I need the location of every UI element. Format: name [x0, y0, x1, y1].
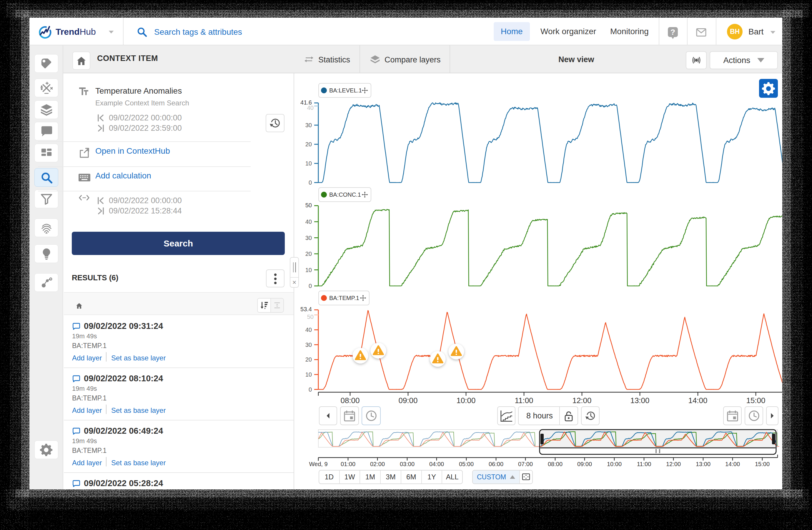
- svg-text:50: 50: [307, 313, 314, 320]
- svg-text:BA:TEMP.1: BA:TEMP.1: [329, 295, 359, 301]
- svg-text:15:00: 15:00: [755, 461, 770, 467]
- svg-text:11:00: 11:00: [514, 396, 533, 405]
- svg-text:08:00: 08:00: [340, 396, 360, 405]
- svg-text:30: 30: [305, 341, 312, 348]
- svg-text:15:00: 15:00: [746, 396, 765, 405]
- svg-text:04:00: 04:00: [429, 461, 444, 467]
- svg-text:40: 40: [305, 326, 312, 333]
- svg-text:10:00: 10:00: [456, 396, 476, 405]
- svg-text:01:00: 01:00: [341, 461, 356, 467]
- svg-text:10: 10: [305, 371, 312, 378]
- svg-text:14:00: 14:00: [688, 396, 707, 405]
- svg-text:0: 0: [309, 386, 312, 393]
- svg-text:12:00: 12:00: [666, 461, 681, 467]
- svg-text:30: 30: [305, 235, 312, 241]
- svg-text:?: ?: [670, 28, 675, 37]
- svg-text:20: 20: [305, 141, 312, 148]
- svg-text:10: 10: [305, 267, 312, 273]
- svg-text:10:00: 10:00: [607, 461, 622, 467]
- svg-text:11:00: 11:00: [637, 461, 651, 467]
- svg-text:08:00: 08:00: [548, 461, 563, 467]
- svg-text:53.4: 53.4: [300, 306, 312, 312]
- svg-text:09:00: 09:00: [577, 461, 592, 467]
- svg-text:30: 30: [305, 122, 312, 128]
- svg-text:07:00: 07:00: [518, 461, 533, 467]
- svg-text:BA:LEVEL.1: BA:LEVEL.1: [329, 87, 362, 94]
- svg-text:0: 0: [309, 179, 312, 186]
- svg-text:13:00: 13:00: [696, 461, 710, 467]
- svg-text:02:00: 02:00: [370, 461, 385, 467]
- svg-text:20: 20: [305, 356, 312, 363]
- svg-text:50: 50: [305, 202, 312, 208]
- svg-text:10: 10: [305, 160, 312, 167]
- svg-text:03:00: 03:00: [400, 461, 415, 467]
- svg-text:BA:CONC.1: BA:CONC.1: [329, 191, 361, 198]
- svg-text:12:00: 12:00: [572, 396, 591, 405]
- svg-text:40: 40: [305, 219, 312, 225]
- svg-text:14:00: 14:00: [725, 461, 740, 467]
- svg-text:06:00: 06:00: [489, 461, 503, 467]
- svg-text:09:00: 09:00: [398, 396, 418, 405]
- svg-text:05:00: 05:00: [459, 461, 474, 467]
- svg-text:20: 20: [305, 251, 312, 257]
- svg-text:Wed, 9: Wed, 9: [309, 461, 328, 467]
- svg-text:0: 0: [309, 283, 312, 289]
- svg-text:13:00: 13:00: [630, 396, 649, 405]
- svg-text:41.6: 41.6: [300, 99, 312, 106]
